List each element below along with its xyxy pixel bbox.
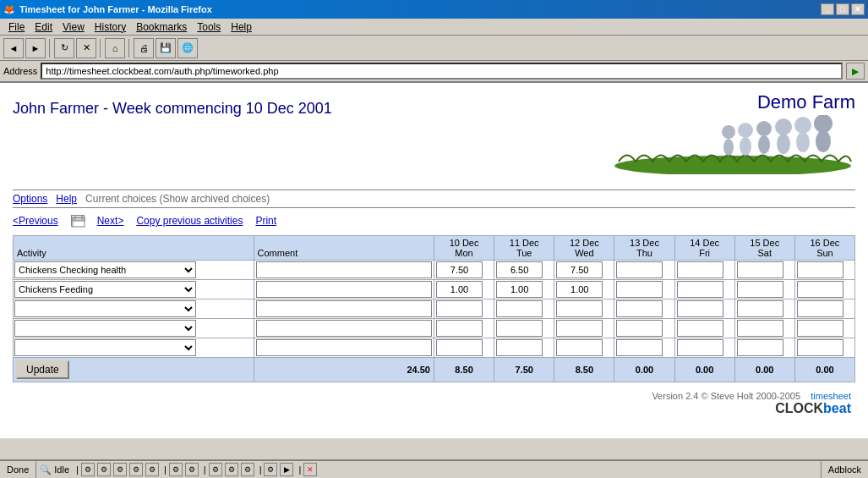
close-button[interactable]: ✕ — [851, 3, 865, 15]
wed-cell-2 — [554, 280, 614, 299]
wed-input-1[interactable] — [556, 261, 603, 278]
wed-input-4[interactable] — [556, 320, 603, 337]
sat-cell-1 — [734, 261, 794, 280]
calendar-icon[interactable] — [71, 215, 85, 227]
mon-input-1[interactable] — [436, 261, 483, 278]
activity-cell-5 — [14, 338, 254, 358]
forward-button[interactable]: ► — [25, 38, 46, 58]
fri-input-4[interactable] — [677, 320, 723, 337]
svg-point-8 — [777, 134, 790, 154]
net-button[interactable]: 🌐 — [177, 38, 198, 58]
comment-input-5[interactable] — [256, 339, 432, 356]
col-activity: Activity — [14, 236, 254, 261]
activity-select-5[interactable] — [14, 339, 196, 356]
next-link[interactable]: Next> — [97, 215, 124, 227]
stop-button[interactable]: ✕ — [76, 38, 96, 58]
wed-total: 8.50 — [554, 358, 614, 382]
sat-input-3[interactable] — [737, 300, 783, 317]
comment-input-1[interactable] — [256, 261, 432, 278]
menu-history[interactable]: History — [90, 20, 131, 34]
prev-link[interactable]: <Previous — [13, 215, 58, 227]
update-button[interactable]: Update — [16, 360, 69, 379]
tue-input-5[interactable] — [496, 339, 543, 356]
save-button[interactable]: 💾 — [156, 38, 176, 58]
sat-input-4[interactable] — [737, 320, 783, 337]
wed-input-5[interactable] — [556, 339, 603, 356]
maximize-button[interactable]: □ — [836, 3, 849, 15]
activity-cell-4 — [14, 319, 254, 338]
tue-input-1[interactable] — [496, 261, 543, 278]
sun-input-2[interactable] — [797, 281, 843, 298]
comment-cell-5 — [254, 338, 434, 358]
fri-input-2[interactable] — [677, 281, 723, 298]
tue-input-4[interactable] — [496, 320, 543, 337]
sun-input-5[interactable] — [797, 339, 843, 356]
comment-input-3[interactable] — [256, 300, 432, 317]
menu-help[interactable]: Help — [226, 20, 257, 34]
url-input[interactable] — [41, 63, 843, 80]
home-button[interactable]: ⌂ — [105, 38, 125, 58]
comment-input-4[interactable] — [256, 320, 432, 337]
svg-point-9 — [794, 117, 811, 134]
mon-input-2[interactable] — [436, 281, 483, 298]
wed-input-2[interactable] — [556, 281, 603, 298]
thu-input-1[interactable] — [616, 261, 663, 278]
sat-input-2[interactable] — [737, 281, 783, 298]
thu-input-4[interactable] — [616, 320, 663, 337]
thu-cell-1 — [614, 261, 674, 280]
print-button[interactable]: 🖨 — [134, 38, 154, 58]
window-title: Timesheet for John Farmer - Mozilla Fire… — [19, 4, 821, 14]
menu-bookmarks[interactable]: Bookmarks — [131, 20, 192, 34]
tue-input-2[interactable] — [496, 281, 543, 298]
menu-edit[interactable]: Edit — [30, 20, 57, 34]
thu-input-3[interactable] — [616, 300, 663, 317]
thu-input-2[interactable] — [616, 281, 663, 298]
main-content: John Farmer - Week commencing 10 Dec 200… — [0, 83, 868, 438]
mon-cell-2 — [434, 280, 494, 299]
activity-select-3[interactable] — [14, 300, 196, 317]
go-button[interactable]: ▶ — [846, 63, 865, 80]
menu-file[interactable]: File — [3, 20, 30, 34]
sun-input-4[interactable] — [797, 320, 843, 337]
total-label-cell: 24.50 — [254, 358, 434, 382]
reload-button[interactable]: ↻ — [54, 38, 74, 58]
menu-tools[interactable]: Tools — [192, 20, 226, 34]
print-link[interactable]: Print — [255, 215, 276, 227]
svg-point-11 — [814, 115, 833, 133]
mon-input-3[interactable] — [436, 300, 483, 317]
address-label: Address — [3, 66, 37, 76]
menu-view[interactable]: View — [57, 20, 90, 34]
version-info: Version 2.4 © Steve Holt 2000-2005 times… — [13, 391, 855, 416]
fri-input-3[interactable] — [677, 300, 723, 317]
fri-input-5[interactable] — [677, 339, 723, 356]
sun-input-1[interactable] — [797, 261, 843, 278]
fri-input-1[interactable] — [677, 261, 723, 278]
wed-input-3[interactable] — [556, 300, 603, 317]
sat-input-5[interactable] — [737, 339, 783, 356]
farm-graphic — [610, 115, 855, 183]
sun-input-3[interactable] — [797, 300, 843, 317]
total-row: Update 24.50 8.50 7.50 8.50 0.00 — [14, 358, 855, 382]
activity-select-4[interactable] — [14, 320, 196, 337]
mon-input-5[interactable] — [436, 339, 483, 356]
activity-select-1[interactable]: Chickens Checking health — [14, 261, 196, 278]
comment-input-2[interactable] — [256, 281, 432, 298]
copy-link[interactable]: Copy previous activities — [136, 215, 243, 227]
options-link[interactable]: Options — [13, 193, 47, 205]
help-link[interactable]: Help — [56, 193, 77, 205]
back-button[interactable]: ◄ — [3, 38, 24, 58]
page-header: John Farmer - Week commencing 10 Dec 200… — [13, 91, 855, 183]
tue-input-3[interactable] — [496, 300, 543, 317]
mon-input-4[interactable] — [436, 320, 483, 337]
farm-logo: Demo Farm — [610, 91, 855, 183]
minimize-button[interactable]: _ — [821, 3, 834, 15]
comment-cell-1 — [254, 261, 434, 280]
toolbar: ◄ ► ↻ ✕ ⌂ 🖨 💾 🌐 — [0, 36, 868, 61]
col-sat: 15 DecSat — [734, 236, 794, 261]
thu-input-5[interactable] — [616, 339, 663, 356]
action-bar: <Previous Next> Copy previous activities… — [13, 215, 855, 227]
nav-links: Options Help Current choices (Show archi… — [13, 190, 855, 208]
sat-input-1[interactable] — [737, 261, 783, 278]
activity-select-2[interactable]: Chickens Feeding — [14, 281, 196, 298]
mon-cell-1 — [434, 261, 494, 280]
